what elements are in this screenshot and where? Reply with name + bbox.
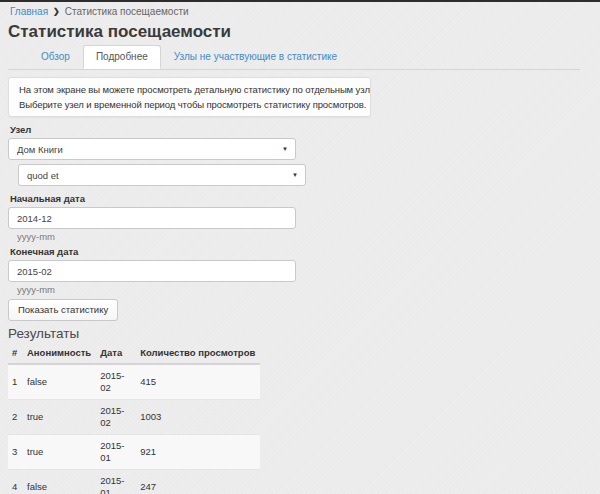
column-header: # bbox=[8, 343, 23, 364]
info-box-line1: На этом экране вы можете просмотреть дет… bbox=[19, 82, 360, 97]
top-window-edge bbox=[0, 0, 600, 2]
tab-nodes-not-in-statistics[interactable]: Узлы не участвующие в статистике bbox=[161, 45, 350, 69]
table-cell: 2 bbox=[8, 400, 23, 435]
table-cell: 1003 bbox=[136, 400, 260, 435]
breadcrumb-chevron-icon: ❯ bbox=[53, 7, 60, 16]
breadcrumb-current: Статистика посещаемости bbox=[65, 6, 189, 17]
info-box: На этом экране вы можете просмотреть дет… bbox=[8, 77, 371, 117]
table-cell: false bbox=[23, 470, 96, 494]
end-date-format-hint: yyyy-mm bbox=[17, 284, 592, 295]
table-row: 1false2015-02415 bbox=[8, 364, 260, 400]
main-content: Главная❯Статистика посещаемости Статисти… bbox=[0, 6, 600, 494]
table-cell: 2015-02 bbox=[96, 400, 136, 435]
info-box-line2: Выберите узел и временной период чтобы п… bbox=[19, 97, 360, 112]
table-cell: 247 bbox=[136, 470, 260, 494]
tabs: ОбзорПодробнееУзлы не участвующие в стат… bbox=[8, 45, 580, 70]
table-cell: 1 bbox=[8, 364, 23, 400]
start-date-format-hint: yyyy-mm bbox=[17, 231, 592, 242]
column-header: Количество просмотров bbox=[136, 343, 260, 364]
show-statistics-button[interactable]: Показать статистику bbox=[8, 299, 118, 321]
table-row: 4false2015-01247 bbox=[8, 470, 260, 494]
table-row: 3true2015-01921 bbox=[8, 435, 260, 470]
column-header: Анонимность bbox=[23, 343, 96, 364]
table-cell: 415 bbox=[136, 364, 260, 400]
end-date-input[interactable] bbox=[8, 260, 296, 282]
breadcrumb: Главная❯Статистика посещаемости bbox=[10, 6, 592, 17]
child-node-select[interactable]: quod et bbox=[18, 164, 306, 186]
table-cell: 2015-01 bbox=[96, 470, 136, 494]
results-table: #АнонимностьДатаКоличество просмотров 1f… bbox=[8, 343, 260, 494]
results-table-header-row: #АнонимностьДатаКоличество просмотров bbox=[8, 343, 260, 364]
column-header: Дата bbox=[96, 343, 136, 364]
table-cell: false bbox=[23, 364, 96, 400]
child-node-select-wrap: quod et ▼ bbox=[18, 164, 306, 186]
table-cell: true bbox=[23, 400, 96, 435]
table-row: 2true2015-021003 bbox=[8, 400, 260, 435]
node-select[interactable]: Дом Книги bbox=[8, 138, 296, 160]
results-table-body: 1false2015-024152true2015-0210033true201… bbox=[8, 364, 260, 494]
table-cell: true bbox=[23, 435, 96, 470]
table-cell: 2015-01 bbox=[96, 435, 136, 470]
end-date-label: Конечная дата bbox=[10, 246, 592, 258]
table-cell: 921 bbox=[136, 435, 260, 470]
table-cell: 4 bbox=[8, 470, 23, 494]
table-cell: 3 bbox=[8, 435, 23, 470]
start-date-input[interactable] bbox=[8, 207, 296, 229]
results-heading: Результаты bbox=[8, 327, 592, 341]
breadcrumb-home-link[interactable]: Главная bbox=[10, 6, 48, 17]
tab-item: Узлы не участвующие в статистике bbox=[161, 45, 350, 69]
tab-item: Подробнее bbox=[83, 45, 161, 69]
node-select-wrap: Дом Книги ▼ bbox=[8, 138, 296, 160]
table-cell: 2015-02 bbox=[96, 364, 136, 400]
tab-details[interactable]: Подробнее bbox=[83, 45, 161, 69]
tab-bar: ОбзорПодробнееУзлы не участвующие в стат… bbox=[8, 45, 580, 70]
start-date-label: Начальная дата bbox=[10, 193, 592, 205]
node-label: Узел bbox=[10, 124, 592, 136]
tab-item: Обзор bbox=[28, 45, 83, 69]
page-title: Статистика посещаемости bbox=[8, 22, 592, 42]
tab-overview[interactable]: Обзор bbox=[28, 45, 83, 69]
statistics-form: Узел Дом Книги ▼ quod et ▼ Начальная дат… bbox=[8, 124, 592, 321]
